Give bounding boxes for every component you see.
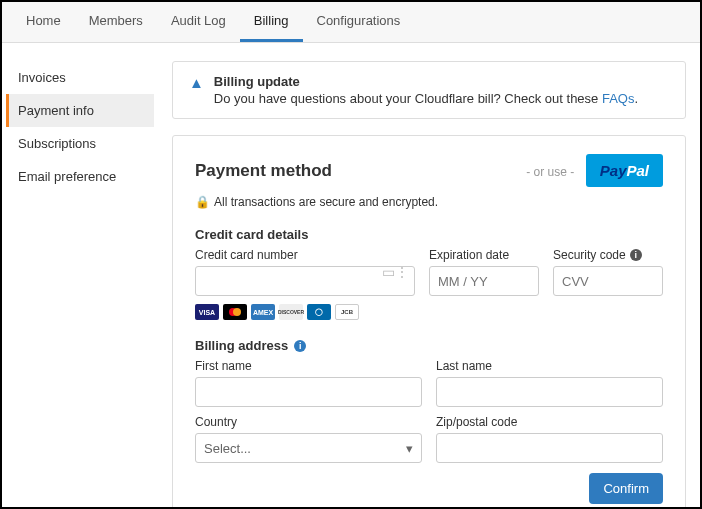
secure-text: All transactions are secure and encrypte… — [214, 195, 438, 209]
card-icon: ▭⋮ — [382, 264, 409, 280]
tab-members[interactable]: Members — [75, 2, 157, 42]
paypal-text-1: Pay — [600, 162, 627, 179]
top-nav: Home Members Audit Log Billing Configura… — [2, 2, 700, 43]
payment-card: Payment method - or use - PayPal 🔒 All t… — [172, 135, 686, 509]
last-name-label: Last name — [436, 359, 663, 373]
notice-suffix: . — [634, 91, 638, 106]
exp-label: Expiration date — [429, 248, 539, 262]
payment-heading: Payment method — [195, 161, 332, 181]
main-content: ▲ Billing update Do you have questions a… — [172, 61, 686, 509]
jcb-icon: JCB — [335, 304, 359, 320]
lock-icon: 🔒 — [195, 195, 210, 209]
amex-icon: AMEX — [251, 304, 275, 320]
country-label: Country — [195, 415, 422, 429]
or-use-label: - or use - — [526, 165, 574, 179]
info-icon[interactable]: i — [630, 249, 642, 261]
paypal-text-2: Pal — [626, 162, 649, 179]
cvv-label-text: Security code — [553, 248, 626, 262]
tab-configurations[interactable]: Configurations — [303, 2, 415, 42]
sidebar-item-invoices[interactable]: Invoices — [6, 61, 154, 94]
notice-text: Do you have questions about your Cloudfl… — [214, 91, 669, 106]
tab-billing[interactable]: Billing — [240, 2, 303, 42]
country-value: Select... — [204, 441, 251, 456]
notice-text-body: Do you have questions about your Cloudfl… — [214, 91, 602, 106]
zip-label: Zip/postal code — [436, 415, 663, 429]
last-name-input[interactable] — [436, 377, 663, 407]
cvv-input[interactable] — [553, 266, 663, 296]
info-icon[interactable]: i — [294, 340, 306, 352]
sidebar-item-subscriptions[interactable]: Subscriptions — [6, 127, 154, 160]
diners-icon: ◯ — [307, 304, 331, 320]
country-select[interactable]: Select... ▾ — [195, 433, 422, 463]
cc-section-title: Credit card details — [195, 227, 663, 242]
sidebar: Invoices Payment info Subscriptions Emai… — [6, 61, 154, 509]
zip-input[interactable] — [436, 433, 663, 463]
mastercard-icon — [223, 304, 247, 320]
cvv-label: Security code i — [553, 248, 663, 262]
billing-notice: ▲ Billing update Do you have questions a… — [172, 61, 686, 119]
paypal-button[interactable]: PayPal — [586, 154, 663, 187]
confirm-button[interactable]: Confirm — [589, 473, 663, 504]
card-brands: VISA AMEX DISCOVER ◯ JCB — [195, 304, 663, 320]
faqs-link[interactable]: FAQs — [602, 91, 635, 106]
warning-icon: ▲ — [189, 74, 204, 91]
svg-point-1 — [233, 308, 241, 316]
billing-section-title: Billing address — [195, 338, 288, 353]
sidebar-item-payment-info[interactable]: Payment info — [6, 94, 154, 127]
exp-input[interactable] — [429, 266, 539, 296]
first-name-label: First name — [195, 359, 422, 373]
tab-audit-log[interactable]: Audit Log — [157, 2, 240, 42]
visa-icon: VISA — [195, 304, 219, 320]
discover-icon: DISCOVER — [279, 304, 303, 320]
cc-number-label: Credit card number — [195, 248, 415, 262]
tab-home[interactable]: Home — [12, 2, 75, 42]
chevron-down-icon: ▾ — [406, 441, 413, 456]
notice-title: Billing update — [214, 74, 669, 89]
sidebar-item-email-preference[interactable]: Email preference — [6, 160, 154, 193]
first-name-input[interactable] — [195, 377, 422, 407]
